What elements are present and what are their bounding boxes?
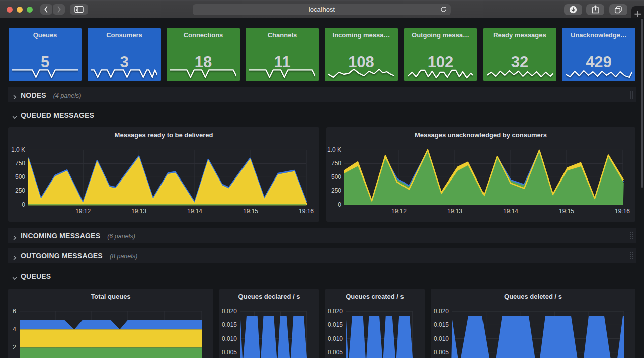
svg-text:0.015: 0.015 (434, 321, 449, 328)
svg-text:19:16: 19:16 (299, 208, 314, 215)
svg-text:750: 750 (331, 160, 341, 167)
svg-text:19:14: 19:14 (503, 208, 518, 215)
svg-text:2: 2 (13, 344, 16, 351)
svg-text:500: 500 (331, 173, 341, 181)
svg-text:0.020: 0.020 (222, 308, 237, 315)
svg-text:0.005: 0.005 (222, 349, 237, 356)
svg-text:0.010: 0.010 (222, 335, 237, 342)
svg-text:0.020: 0.020 (328, 308, 343, 315)
svg-text:0.010: 0.010 (328, 335, 343, 342)
svg-text:0.015: 0.015 (222, 321, 237, 328)
svg-text:4: 4 (13, 326, 16, 333)
svg-text:19:14: 19:14 (187, 208, 202, 215)
svg-text:1.0 K: 1.0 K (11, 146, 25, 153)
svg-text:19:13: 19:13 (447, 208, 462, 215)
svg-text:19:16: 19:16 (615, 208, 630, 215)
svg-text:0.005: 0.005 (328, 349, 343, 356)
svg-text:750: 750 (15, 160, 25, 167)
svg-text:19:13: 19:13 (131, 208, 146, 215)
svg-text:0.015: 0.015 (328, 321, 343, 328)
svg-text:6: 6 (13, 308, 16, 315)
svg-text:0.020: 0.020 (434, 308, 449, 315)
svg-text:19:12: 19:12 (75, 208, 91, 215)
svg-text:19:15: 19:15 (243, 208, 258, 215)
svg-text:0.005: 0.005 (434, 349, 449, 356)
svg-text:1.0 K: 1.0 K (327, 146, 341, 153)
svg-text:0: 0 (338, 201, 341, 208)
svg-text:500: 500 (15, 173, 25, 181)
svg-text:250: 250 (331, 187, 341, 194)
svg-text:0.010: 0.010 (434, 335, 449, 342)
svg-text:250: 250 (15, 187, 25, 194)
svg-text:19:15: 19:15 (559, 208, 574, 215)
svg-text:0: 0 (22, 201, 25, 208)
svg-text:19:12: 19:12 (391, 208, 407, 215)
